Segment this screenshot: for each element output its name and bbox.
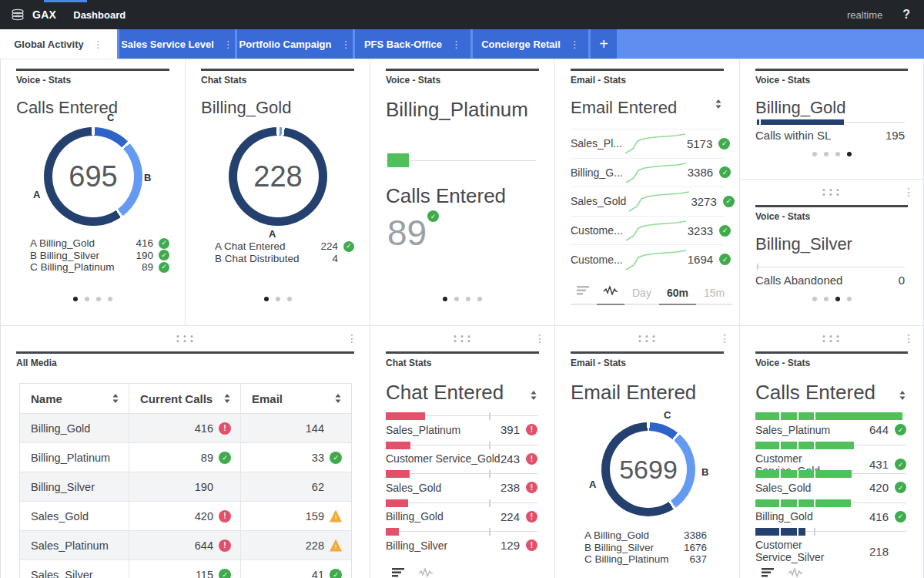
pagination-dot[interactable] <box>264 297 269 301</box>
sparkline-view-icon[interactable] <box>597 284 624 305</box>
segment-label-c: C <box>107 112 114 123</box>
pagination-dot[interactable] <box>824 297 829 301</box>
pagination-dot[interactable] <box>287 297 292 301</box>
widget-menu-icon[interactable]: ⋮ <box>719 332 730 344</box>
email-stat-rows: Sales_Pl... 5173 Billing_G... 3386 Sales… <box>571 129 724 274</box>
legend-row: C Billing_Platinum 89 <box>30 261 169 274</box>
list-item: Sales_Pl... 5173 <box>571 129 724 158</box>
pagination-dots[interactable] <box>740 152 923 156</box>
pagination-dot[interactable] <box>812 297 817 301</box>
widget-menu-icon[interactable]: ⋮ <box>903 186 914 198</box>
pagination-dot[interactable] <box>847 297 852 301</box>
pagination-dot[interactable] <box>108 297 112 301</box>
status-ok-icon <box>159 250 169 260</box>
tab-pfs-back-office[interactable]: PFS Back-Office ⋮ <box>355 29 470 59</box>
widget-email-entered-list: Email - Stats Email Entered Sales_Pl... … <box>554 59 740 326</box>
widget-title: Calls Entered <box>755 381 908 405</box>
table-row: Sales_Gold 420 159 <box>20 501 351 530</box>
drag-handle-icon[interactable] <box>454 335 471 342</box>
widget-billing-gold-sl: Voice - Stats Billing_Gold Calls within … <box>739 59 924 180</box>
tab-label: Global Activity <box>14 39 84 50</box>
widget-category: Email - Stats <box>571 75 724 86</box>
pagination-dots[interactable] <box>186 297 370 301</box>
bar-stat-rows: Sales_Platinum644 Customer Service_Gold4… <box>755 412 906 557</box>
column-header-email[interactable]: Email <box>240 384 351 413</box>
bars-view-icon[interactable] <box>571 284 597 305</box>
pagination-dot[interactable] <box>85 297 89 301</box>
widget-category: Voice - Stats <box>755 75 908 86</box>
pagination-dots[interactable] <box>740 297 923 301</box>
time-range-day[interactable]: Day <box>624 287 659 305</box>
tab-menu-icon[interactable]: ⋮ <box>93 39 103 50</box>
table-row: Sales_Silver 115 41 <box>20 560 351 578</box>
pagination-dot[interactable] <box>454 297 459 301</box>
status-ok-icon <box>159 238 169 249</box>
bars-view-icon[interactable] <box>386 566 412 578</box>
tab-menu-icon[interactable]: ⋮ <box>223 39 233 50</box>
column-header-name[interactable]: Name <box>20 384 129 413</box>
time-range-15m[interactable]: 15m <box>696 287 732 305</box>
bar-row: Customer Service_Gold243 <box>386 442 537 471</box>
pagination-dot[interactable] <box>96 297 101 301</box>
pagination-dot[interactable] <box>824 152 829 156</box>
pagination-dot[interactable] <box>835 297 840 301</box>
widget-menu-icon[interactable]: ⋮ <box>534 332 545 344</box>
list-item: Custome... 1694 <box>571 244 724 274</box>
widget-menu-icon[interactable]: ⋮ <box>346 332 357 344</box>
nav-dashboard[interactable]: Dashboard <box>73 9 126 21</box>
metric-row: Calls within SL 195 <box>755 129 905 142</box>
column-header-current-calls[interactable]: Current Calls <box>129 384 240 413</box>
pagination-dot[interactable] <box>73 297 78 301</box>
bars-view-icon[interactable] <box>755 566 782 578</box>
time-range-60m[interactable]: 60m <box>659 287 696 305</box>
segment-label-b: B <box>144 172 151 183</box>
pagination-dot[interactable] <box>466 297 470 301</box>
pagination-dots[interactable] <box>1 297 185 301</box>
tab-menu-icon[interactable]: ⋮ <box>570 39 580 50</box>
pagination-dot[interactable] <box>276 297 280 301</box>
widget-menu-icon[interactable]: ⋮ <box>903 332 914 344</box>
metric-row: Calls Abandoned 0 <box>755 274 905 287</box>
tab-concierge-retail[interactable]: Concierge Retail ⋮ <box>473 29 588 59</box>
pagination-dot[interactable] <box>847 152 852 156</box>
status-ok-icon <box>895 482 906 493</box>
metric-bar-track <box>755 264 905 271</box>
help-icon[interactable]: ? <box>902 8 910 22</box>
pagination-dots[interactable] <box>370 297 554 301</box>
pagination-dot[interactable] <box>443 297 447 301</box>
status-ok-icon <box>895 511 906 523</box>
sparkline <box>623 161 688 184</box>
donut-total: 695 <box>69 160 117 193</box>
drag-handle-icon[interactable] <box>823 189 841 196</box>
sparkline-view-icon[interactable] <box>412 566 440 578</box>
status-alert-icon <box>219 539 231 552</box>
drag-handle-icon[interactable] <box>823 335 841 342</box>
widget-footer-controls <box>755 566 908 578</box>
table-row: Billing_Gold 416 144 <box>20 413 351 442</box>
sparkline-view-icon[interactable] <box>782 566 809 578</box>
pagination-dot[interactable] <box>812 152 817 156</box>
tab-global-activity[interactable]: Global Activity ⋮ <box>0 29 117 59</box>
top-bar: GAX Dashboard realtime ? <box>0 0 924 29</box>
status-alert-icon <box>526 539 537 551</box>
metric-bar <box>757 119 844 125</box>
bar-row: Sales_Gold238 <box>386 470 537 499</box>
drag-handle-icon[interactable] <box>176 335 194 342</box>
tab-sales-service-level[interactable]: Sales Service Level ⋮ <box>119 29 235 59</box>
tab-menu-icon[interactable]: ⋮ <box>340 39 350 50</box>
sparkline <box>623 248 688 271</box>
pagination-dot[interactable] <box>477 297 482 301</box>
sort-icon[interactable] <box>530 391 537 400</box>
status-ok-icon <box>343 241 354 252</box>
tab-menu-icon[interactable]: ⋮ <box>451 39 461 50</box>
tab-portfolio-campaign[interactable]: Portfolio Campaign ⋮ <box>237 29 353 59</box>
add-tab-button[interactable]: + <box>591 29 617 59</box>
widget-category: Chat Stats <box>201 75 354 86</box>
donut-legend: A Billing_Gold 3386 B Billing_Silver 167… <box>584 529 707 566</box>
sort-icon[interactable] <box>899 391 906 400</box>
drag-handle-icon[interactable] <box>638 335 656 342</box>
sparkline <box>622 132 687 155</box>
list-item: Custome... 3233 <box>571 216 724 245</box>
sort-icon[interactable] <box>715 99 722 109</box>
pagination-dot[interactable] <box>835 152 840 156</box>
